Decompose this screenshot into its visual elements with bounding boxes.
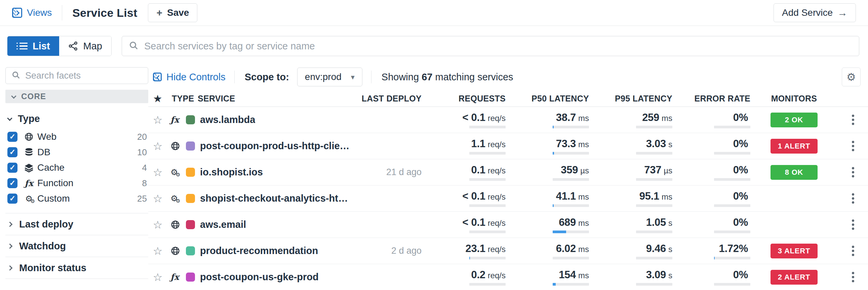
main-panel: Hide Controls Scope to: env:prod ▾ Showi… bbox=[148, 56, 868, 290]
core-section-header[interactable]: CORE bbox=[5, 90, 148, 103]
service-name[interactable]: shopist-checkout-analytics-ht… bbox=[200, 193, 348, 204]
save-button[interactable]: + Save bbox=[148, 3, 197, 22]
kebab-menu-icon bbox=[850, 165, 856, 180]
service-name[interactable]: io.shopist.ios bbox=[200, 167, 263, 178]
service-color-chip bbox=[186, 141, 195, 151]
error-rate-cell: 0% bbox=[672, 217, 750, 233]
database-icon bbox=[23, 148, 35, 157]
facet-item-custom[interactable]: ✓ ⚙⚙ Custom 25 bbox=[5, 191, 148, 206]
tab-list[interactable]: List bbox=[7, 36, 59, 56]
table-row[interactable]: ☆ ƒx ⚙⚙ post-coupon-us-gke-prod 0.2req/s… bbox=[148, 264, 868, 290]
table-row[interactable]: ☆ ƒx ⚙⚙ aws.lambda < 0.1req/s 38.7ms bbox=[148, 107, 868, 133]
kebab-menu-icon bbox=[850, 112, 856, 127]
star-column-header[interactable]: ★ bbox=[148, 93, 167, 104]
chevron-right-icon bbox=[7, 221, 13, 227]
matching-count: 67 bbox=[422, 72, 432, 82]
column-header-type[interactable]: TYPE bbox=[167, 94, 186, 103]
monitor-status-badge[interactable]: 2 OK bbox=[771, 112, 817, 127]
checkbox-checked[interactable]: ✓ bbox=[7, 147, 18, 157]
monitor-status-badge[interactable]: 8 OK bbox=[771, 165, 817, 180]
p50-latency-cell: 6.02ms bbox=[506, 243, 589, 259]
column-header-requests[interactable]: REQUESTS bbox=[422, 94, 506, 103]
gear-icon: ⚙ bbox=[846, 71, 856, 83]
star-icon[interactable]: ☆ bbox=[153, 140, 163, 152]
star-icon[interactable]: ☆ bbox=[153, 166, 163, 179]
requests-bar bbox=[469, 204, 506, 207]
p50-latency-cell: 73.3ms bbox=[506, 138, 589, 155]
service-search-input[interactable] bbox=[122, 36, 859, 56]
p95-bar bbox=[636, 178, 672, 181]
p50-bar bbox=[553, 283, 589, 286]
p50-bar bbox=[553, 204, 589, 207]
row-menu-button[interactable] bbox=[838, 218, 868, 232]
row-menu-button[interactable] bbox=[838, 165, 868, 180]
toolbar: List Map bbox=[0, 26, 868, 56]
requests-cell: 0.1req/s bbox=[422, 164, 506, 181]
facet-section-watchdog[interactable]: Watchdog bbox=[5, 235, 148, 257]
star-icon[interactable]: ☆ bbox=[153, 219, 163, 231]
monitor-status-badge[interactable]: 3 ALERT bbox=[771, 244, 817, 258]
row-menu-button[interactable] bbox=[838, 244, 868, 258]
checkbox-checked[interactable]: ✓ bbox=[7, 132, 18, 142]
facet-section-last-deploy[interactable]: Last deploy bbox=[5, 214, 148, 235]
web-type-icon bbox=[170, 220, 180, 229]
p95-value: 3.09 bbox=[646, 269, 666, 281]
facet-section-monitor-status[interactable]: Monitor status bbox=[5, 257, 148, 279]
row-menu-button[interactable] bbox=[838, 191, 868, 206]
controls-row: Hide Controls Scope to: env:prod ▾ Showi… bbox=[148, 67, 868, 87]
error-rate-cell: 1.72% bbox=[672, 243, 750, 259]
hide-controls-button[interactable]: Hide Controls bbox=[153, 72, 225, 83]
star-icon[interactable]: ☆ bbox=[153, 114, 163, 126]
error-rate-cell: 0% bbox=[672, 190, 750, 207]
checkbox-checked[interactable]: ✓ bbox=[7, 163, 18, 173]
service-name[interactable]: aws.lambda bbox=[200, 114, 255, 125]
views-button[interactable]: Views bbox=[12, 7, 52, 18]
row-menu-button[interactable] bbox=[838, 270, 868, 284]
column-header-p95-latency[interactable]: P95 LATENCY bbox=[589, 94, 672, 103]
chevron-down-icon bbox=[7, 116, 12, 121]
facet-item-web[interactable]: ✓ Web 20 bbox=[5, 129, 148, 144]
table-row[interactable]: ☆ ƒx ⚙⚙ io.shopist.ios 21 d ago 0.1req/s… bbox=[148, 159, 868, 186]
arrow-right-icon: → bbox=[837, 8, 847, 18]
column-header-monitors[interactable]: MONITORS bbox=[750, 94, 838, 103]
facet-item-db[interactable]: ✓ DB 10 bbox=[5, 144, 148, 160]
checkbox-checked[interactable]: ✓ bbox=[7, 178, 18, 188]
tab-map[interactable]: Map bbox=[59, 36, 111, 56]
monitor-status-badge[interactable]: 1 ALERT bbox=[771, 139, 817, 154]
table-row[interactable]: ☆ ƒx ⚙⚙ post-coupon-prod-us-http-clie… 1… bbox=[148, 133, 868, 159]
scope-dropdown[interactable]: env:prod ▾ bbox=[297, 68, 362, 86]
table-row[interactable]: ☆ ƒx ⚙⚙ product-recommendation 2 d ago 2… bbox=[148, 238, 868, 264]
service-name[interactable]: aws.email bbox=[200, 219, 246, 230]
p50-unit: ms bbox=[578, 140, 589, 149]
table-settings-button[interactable]: ⚙ bbox=[842, 68, 861, 86]
star-icon[interactable]: ☆ bbox=[153, 193, 163, 205]
column-header-service[interactable]: SERVICE bbox=[186, 94, 354, 103]
service-name[interactable]: post-coupon-prod-us-http-clie… bbox=[200, 140, 350, 152]
column-header-p50-latency[interactable]: P50 LATENCY bbox=[506, 94, 589, 103]
facet-item-function[interactable]: ✓ ƒx Function 8 bbox=[5, 175, 148, 191]
star-icon[interactable]: ☆ bbox=[153, 245, 163, 257]
p95-latency-cell: 9.46s bbox=[589, 243, 672, 259]
table-row[interactable]: ☆ ƒx ⚙⚙ aws.email < 0.1req/s 689ms bbox=[148, 212, 868, 238]
row-menu-button[interactable] bbox=[838, 112, 868, 127]
add-service-button[interactable]: Add Service → bbox=[774, 3, 856, 22]
star-icon[interactable]: ☆ bbox=[153, 271, 163, 283]
service-name[interactable]: product-recommendation bbox=[200, 245, 318, 256]
service-name[interactable]: post-coupon-us-gke-prod bbox=[200, 271, 319, 283]
kebab-menu-icon bbox=[850, 270, 856, 284]
facet-search-input[interactable] bbox=[5, 67, 148, 84]
type-facet-header[interactable]: Type bbox=[7, 113, 148, 124]
monitor-status-badge[interactable]: 2 ALERT bbox=[771, 270, 817, 285]
facet-item-cache[interactable]: ✓ Cache 4 bbox=[5, 160, 148, 175]
column-header-error-rate[interactable]: ERROR RATE bbox=[672, 94, 750, 103]
p95-latency-cell: 737µs bbox=[589, 164, 672, 181]
row-menu-button[interactable] bbox=[838, 139, 868, 153]
p95-latency-cell: 3.03s bbox=[589, 138, 672, 155]
checkbox-checked[interactable]: ✓ bbox=[7, 194, 18, 204]
p50-unit: ms bbox=[578, 245, 589, 254]
error-value: 0% bbox=[733, 190, 748, 202]
facet-count: 25 bbox=[137, 194, 148, 204]
column-header-last-deploy[interactable]: LAST DEPLOY bbox=[354, 94, 422, 103]
table-row[interactable]: ☆ ƒx ⚙⚙ shopist-checkout-analytics-ht… <… bbox=[148, 186, 868, 212]
gears-icon: ⚙⚙ bbox=[23, 195, 35, 203]
